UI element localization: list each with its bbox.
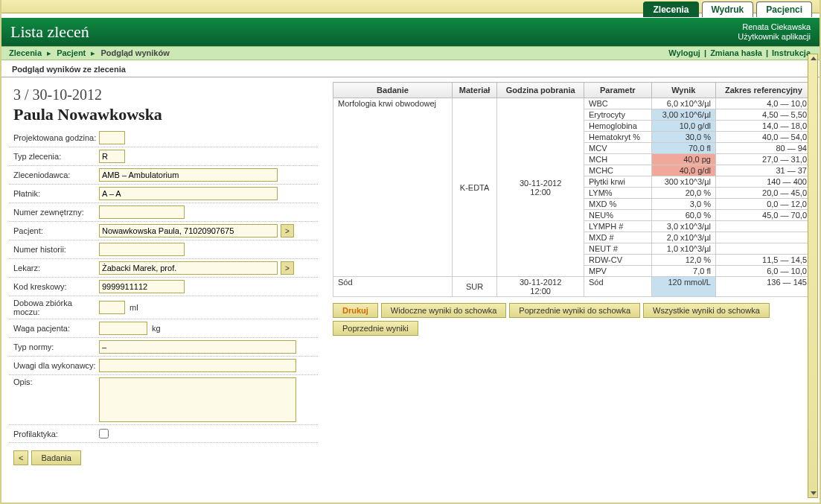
go-pacjent-button[interactable]: > [281, 224, 294, 237]
lbl-profilaktyka: Profilaktyka: [13, 430, 99, 438]
poprzednie-wyniki-button[interactable]: Poprzednie wyniki [333, 321, 418, 336]
chevron-icon: ▸ [47, 48, 51, 57]
cell-parametr: MCV [584, 143, 652, 154]
cell-godzina: 30-11-201212:00 [497, 277, 584, 297]
cell-zakres: 11,5 — 14,5 [715, 255, 811, 266]
cell-wynik: 3,00 x10^6/µl [651, 109, 715, 121]
cell-parametr: Erytrocyty [584, 109, 652, 121]
crumb-zlecenia[interactable]: Zlecenia [9, 48, 42, 57]
cell-zakres [715, 232, 811, 243]
tab-wydruk[interactable]: Wydruk [702, 1, 754, 17]
tab-zlecenia[interactable]: Zlecenia [643, 1, 698, 17]
breadcrumb-bar: Zlecenia ▸ Pacjent ▸ Podgląd wyników Wyl… [1, 46, 820, 60]
input-zleceniodawca[interactable] [99, 168, 278, 182]
th-material: Materiał [453, 83, 497, 98]
cell-wynik: 40,0 g/dl [651, 165, 715, 176]
cell-zakres [715, 243, 811, 255]
crumb-current: Podgląd wyników [100, 48, 169, 57]
cell-parametr: MCH [584, 154, 652, 165]
input-waga[interactable] [99, 322, 147, 335]
link-zmiana-hasla[interactable]: Zmiana hasła [710, 48, 762, 57]
input-uwagi[interactable] [99, 359, 296, 372]
cell-parametr: WBC [584, 98, 652, 109]
badania-button[interactable]: Badania [31, 450, 80, 465]
lbl-projektowana: Projektowana godzina: [13, 133, 99, 142]
cell-parametr: RDW-CV [584, 255, 652, 266]
back-button[interactable]: < [13, 450, 28, 465]
order-id: 3 / 30-10-2012 [13, 86, 318, 103]
cell-wynik: 70,0 fl [651, 143, 715, 154]
go-lekarz-button[interactable]: > [281, 261, 294, 275]
left-panel: 3 / 30-10-2012 Paula Nowawkowska Projekt… [9, 82, 325, 491]
table-row: Morfologia krwi obwodowejK-EDTA30-11-201… [333, 98, 812, 109]
tab-pacjenci[interactable]: Pacjenci [756, 1, 812, 17]
input-pacjent[interactable] [99, 224, 278, 237]
cell-zakres: 80 — 94 [715, 143, 811, 154]
cell-parametr: Hemoglobina [584, 121, 652, 132]
cell-zakres: 140 — 400 [715, 176, 811, 188]
breadcrumb: Zlecenia ▸ Pacjent ▸ Podgląd wyników [9, 48, 170, 58]
cell-wynik: 2,0 x10^3/µl [651, 232, 715, 243]
cell-wynik: 10,0 g/dl [651, 121, 715, 132]
cell-parametr: Sód [584, 277, 652, 297]
checkbox-profilaktyka[interactable] [99, 429, 109, 438]
scrollbar[interactable] [808, 54, 818, 498]
cell-wynik: 7,0 fl [651, 266, 715, 277]
crumb-pacjent[interactable]: Pacjent [57, 48, 86, 57]
th-godzina: Godzina pobrania [497, 83, 584, 98]
lbl-kod: Kod kreskowy: [13, 282, 99, 291]
table-row: SódSUR30-11-201212:00Sód120 mmol/L136 — … [333, 277, 812, 297]
cell-zakres: 40,0 — 54,0 [715, 132, 811, 143]
cell-wynik: 3,0 % [651, 199, 715, 210]
cell-parametr: LYM% [584, 188, 652, 199]
input-projektowana[interactable] [99, 131, 125, 144]
cell-parametr: MPV [584, 266, 652, 277]
lbl-lekarz: Lekarz: [13, 264, 99, 272]
cell-wynik: 120 mmol/L [651, 277, 715, 297]
input-typ[interactable] [99, 150, 125, 163]
th-parametr: Parametr [584, 83, 652, 98]
cell-zakres: 4,50 — 5,50 [715, 109, 811, 121]
cell-parametr: MXD # [584, 232, 652, 243]
cell-zakres: 0,0 — 12,0 [715, 199, 811, 210]
cell-wynik: 60,0 % [651, 210, 715, 221]
user-name: Renata Ciekawska [738, 22, 811, 32]
lbl-opis: Opis: [13, 377, 99, 386]
textarea-opis[interactable] [99, 377, 296, 422]
unit-kg: kg [152, 324, 161, 333]
user-box: Renata Ciekawska Użytkownik aplikacji [738, 22, 811, 42]
input-lekarz[interactable] [99, 261, 278, 275]
results-table: Badanie Materiał Godzina pobrania Parame… [333, 82, 812, 297]
input-numerhist[interactable] [99, 243, 185, 256]
poprzednie-schowek-button[interactable]: Poprzednie wyniki do schowka [509, 303, 640, 318]
link-wyloguj[interactable]: Wyloguj [668, 48, 700, 57]
lbl-typ: Typ zlecenia: [13, 152, 99, 161]
main-tabs: Zlecenia Wydruk Pacjenci [643, 0, 812, 17]
widoczne-button[interactable]: Widoczne wyniki do schowka [381, 303, 506, 318]
cell-wynik: 40,0 pg [651, 154, 715, 165]
lbl-waga: Waga pacjenta: [13, 324, 99, 333]
th-wynik: Wynik [651, 83, 715, 98]
cell-parametr: MXD % [584, 199, 652, 210]
link-instrukcja[interactable]: Instrukcja [772, 48, 811, 57]
input-numerzew[interactable] [99, 205, 185, 219]
unit-ml: ml [130, 303, 138, 312]
lbl-numerhist: Numer historii: [13, 245, 99, 254]
drukuj-button[interactable]: Drukuj [333, 303, 378, 318]
lbl-numerzew: Numer zewnętrzny: [13, 208, 99, 217]
input-kod[interactable] [99, 280, 185, 293]
cell-wynik: 1,0 x10^3/µl [651, 243, 715, 255]
cell-material: K-EDTA [453, 98, 497, 277]
input-dobowa[interactable] [99, 301, 125, 314]
cell-parametr: Hematokryt % [584, 132, 652, 143]
input-typnormy[interactable] [99, 340, 296, 354]
cell-material: SUR [453, 277, 497, 297]
cell-wynik: 6,0 x10^3/µl [651, 98, 715, 109]
th-zakres: Zakres referencyjny [715, 83, 811, 98]
cell-wynik: 3,0 x10^3/µl [651, 221, 715, 232]
wszystkie-button[interactable]: Wszystkie wyniki do schowka [643, 303, 770, 318]
cell-zakres: 4,0 — 10,0 [715, 98, 811, 109]
input-platnik[interactable] [99, 187, 278, 200]
cell-zakres: 6,0 — 10,0 [715, 266, 811, 277]
lbl-zleceniodawca: Zleceniodawca: [13, 170, 99, 179]
